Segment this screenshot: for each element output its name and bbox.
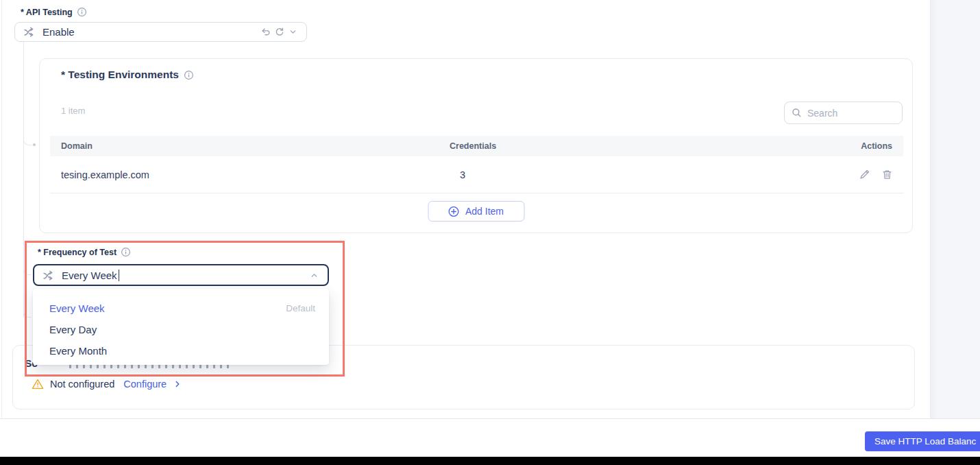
configure-link[interactable]: Configure	[123, 379, 167, 390]
api-testing-label: * API Testing	[21, 7, 87, 17]
frequency-select[interactable]: Every Week	[33, 264, 329, 286]
plus-circle-icon	[448, 206, 460, 217]
option-label: Every Week	[49, 302, 105, 314]
save-http-load-balancer-button[interactable]: Save HTTP Load Balanc	[865, 431, 980, 451]
undo-icon[interactable]	[258, 25, 272, 39]
table-row: tesing.example.com 3	[50, 156, 903, 193]
chevron-right-icon[interactable]	[173, 379, 182, 389]
testing-environments-card: * Testing Environments 1 item Domain Cre…	[39, 58, 913, 233]
testing-environments-title-text: * Testing Environments	[61, 69, 179, 81]
page-left-border	[1, 0, 2, 418]
branch-icon	[42, 270, 55, 281]
branch-icon	[23, 27, 36, 37]
frequency-label: * Frequency of Test	[38, 247, 131, 257]
api-testing-label-text: * API Testing	[21, 8, 73, 17]
tree-elbow	[23, 309, 32, 318]
bottom-black-bar	[0, 457, 980, 465]
chevron-down-icon[interactable]	[286, 25, 299, 39]
not-configured-row: Not configured Configure	[32, 379, 182, 390]
frequency-label-text: * Frequency of Test	[38, 248, 117, 257]
frequency-dropdown-menu: Every Week Default Every Day Every Month	[33, 289, 329, 365]
tree-elbow	[23, 136, 32, 145]
table-header: Domain Credentials Actions	[50, 136, 903, 156]
right-side-panel	[930, 0, 980, 418]
info-icon[interactable]	[121, 247, 131, 257]
status-text: Not configured	[50, 379, 114, 390]
option-label: Every Day	[49, 324, 97, 335]
tree-connector-line	[23, 42, 24, 318]
cell-credentials: 3	[460, 169, 465, 180]
dropdown-option-every-day[interactable]: Every Day	[33, 319, 329, 340]
search-box[interactable]	[784, 102, 903, 124]
add-item-label: Add Item	[465, 206, 504, 217]
add-item-button[interactable]: Add Item	[428, 201, 524, 222]
footer-divider	[0, 418, 980, 419]
obscured-heading-fragments	[69, 365, 234, 368]
testing-environments-title: * Testing Environments	[61, 69, 194, 81]
cell-domain: tesing.example.com	[61, 169, 149, 180]
api-testing-select[interactable]: Enable	[14, 22, 307, 42]
column-header-domain: Domain	[61, 141, 93, 151]
default-badge: Default	[286, 303, 315, 313]
row-actions	[857, 168, 894, 182]
option-label: Every Month	[49, 345, 107, 357]
column-header-credentials: Credentials	[450, 141, 496, 151]
tree-elbow	[23, 266, 32, 275]
column-header-actions: Actions	[861, 141, 892, 151]
api-testing-value: Enable	[42, 26, 75, 38]
dropdown-option-every-week[interactable]: Every Week Default	[33, 298, 329, 319]
trash-icon[interactable]	[880, 168, 894, 182]
frequency-value: Every Week	[62, 270, 117, 281]
warning-icon	[32, 379, 44, 390]
search-icon	[792, 108, 802, 118]
text-cursor	[119, 270, 120, 281]
info-icon[interactable]	[77, 7, 87, 17]
tree-dot	[33, 143, 36, 146]
pencil-icon[interactable]	[857, 168, 871, 182]
info-icon[interactable]	[184, 70, 194, 80]
refresh-icon[interactable]	[272, 25, 286, 39]
search-input[interactable]	[807, 108, 890, 119]
chevron-up-icon[interactable]	[307, 268, 321, 282]
item-count: 1 item	[61, 106, 85, 116]
dropdown-option-every-month[interactable]: Every Month	[33, 340, 329, 361]
